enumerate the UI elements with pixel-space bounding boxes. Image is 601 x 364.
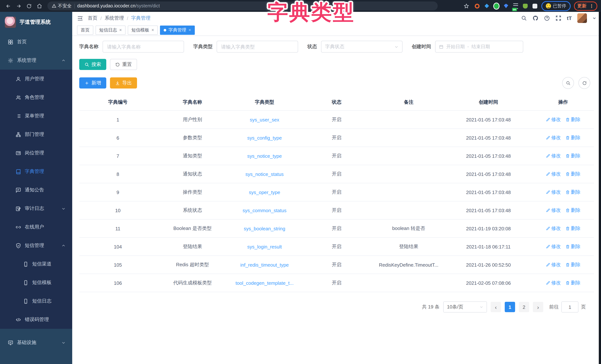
page-size-select[interactable]: 10条/页 <box>443 301 487 313</box>
not-secure-warning-icon[interactable]: 不安全 <box>52 3 72 9</box>
help-icon[interactable] <box>544 15 550 21</box>
caret-down-icon[interactable] <box>592 16 596 20</box>
edit-link[interactable]: 修改 <box>546 243 561 250</box>
dict-type-input[interactable] <box>217 41 298 53</box>
dict-type-link[interactable]: sys_boolean_string <box>229 226 300 231</box>
reset-button[interactable]: 重置 <box>110 59 137 70</box>
delete-link[interactable]: 删除 <box>565 207 581 214</box>
delete-link[interactable]: 删除 <box>565 116 581 123</box>
close-tab-icon[interactable]: × <box>151 28 154 32</box>
delete-link[interactable]: 删除 <box>565 262 581 268</box>
date-range-picker[interactable]: 开始日期 - 结束日期 <box>435 41 523 53</box>
app-logo-row[interactable]: 芋道管理系统 <box>0 12 72 33</box>
extension-paused-badge[interactable]: 已暂停 <box>541 1 571 11</box>
page-button-2[interactable]: 2 <box>519 302 529 312</box>
sidebar-item-online-users[interactable]: 在线用户 <box>0 218 72 236</box>
search-button[interactable]: 搜索 <box>79 59 106 70</box>
dict-type-link[interactable]: sys_login_result <box>229 244 300 249</box>
reload-icon[interactable] <box>24 1 33 10</box>
sidebar-item-audit-log[interactable]: 审计日志 <box>0 199 72 218</box>
hamburger-icon[interactable] <box>77 15 83 21</box>
dict-type-link[interactable]: sys_notice_status <box>229 171 300 177</box>
dict-type-link[interactable]: sys_oper_type <box>229 189 300 195</box>
dict-name-input[interactable] <box>103 41 184 53</box>
tab-dict-mgmt[interactable]: 字典管理× <box>160 25 195 35</box>
close-tab-icon[interactable]: × <box>189 28 191 32</box>
sidebar-item-role-mgmt[interactable]: 角色管理 <box>0 88 72 107</box>
delete-link[interactable]: 删除 <box>565 189 581 195</box>
delete-link[interactable]: 删除 <box>565 280 581 286</box>
sidebar-item-menu-mgmt[interactable]: 菜单管理 <box>0 107 72 125</box>
edit-link[interactable]: 修改 <box>546 152 561 159</box>
breadcrumb-home[interactable]: 首页 <box>88 15 97 21</box>
prev-page-button[interactable]: ‹ <box>491 302 501 312</box>
dict-type-link[interactable]: sys_notice_type <box>229 153 300 159</box>
next-page-button[interactable]: › <box>533 302 543 312</box>
sidebar-item-sms-mgmt[interactable]: 短信管理 <box>0 236 72 255</box>
delete-link[interactable]: 删除 <box>565 225 581 232</box>
sidebar-item-sms-channel[interactable]: 短信渠道 <box>0 255 72 273</box>
edit-link[interactable]: 修改 <box>546 262 561 268</box>
sidebar-item-dict-mgmt[interactable]: 字典管理 <box>0 162 72 181</box>
back-icon[interactable] <box>4 1 13 10</box>
user-avatar[interactable] <box>577 13 587 23</box>
orange-ring-icon[interactable] <box>474 3 480 9</box>
bookmark-star-icon[interactable] <box>462 1 471 10</box>
sidebar-item-home[interactable]: 首页 <box>0 33 72 51</box>
green-sprite-icon[interactable] <box>522 3 528 9</box>
sidebar-item-system-mgmt[interactable]: 系统管理 <box>0 51 72 70</box>
edit-link[interactable]: 修改 <box>546 189 561 195</box>
delete-link[interactable]: 删除 <box>565 134 581 141</box>
dict-type-link[interactable]: sys_common_status <box>229 208 300 213</box>
fullscreen-icon[interactable] <box>555 15 561 21</box>
status-select[interactable]: 字典状态 <box>321 41 402 53</box>
github-icon[interactable] <box>532 15 538 21</box>
export-button[interactable]: 导出 <box>110 77 137 89</box>
sidebar-item-infrastructure[interactable]: 基础设施 <box>0 333 72 352</box>
add-button[interactable]: 新增 <box>79 77 106 89</box>
close-tab-icon[interactable]: × <box>119 28 122 32</box>
delete-link[interactable]: 删除 <box>565 152 581 159</box>
dict-type-link[interactable]: sys_user_sex <box>229 117 300 122</box>
white-puzzle-icon[interactable] <box>532 3 538 9</box>
dict-type-link[interactable]: inf_redis_timeout_type <box>229 262 300 268</box>
edit-link[interactable]: 修改 <box>546 207 561 214</box>
browser-menu-icon[interactable]: ⋮ <box>589 3 594 9</box>
breadcrumb-system[interactable]: 系统管理 <box>105 15 124 21</box>
green-circle-icon[interactable] <box>493 3 500 9</box>
sidebar-item-error-code-mgmt[interactable]: 错误码管理 <box>0 310 72 329</box>
dict-type-link[interactable]: tool_codegen_template_t... <box>229 280 300 286</box>
sidebar-item-sms-template[interactable]: 短信模板 <box>0 273 72 292</box>
dict-type-link[interactable]: sys_config_type <box>229 135 300 141</box>
search-icon[interactable] <box>521 15 527 21</box>
refresh-table-icon[interactable] <box>578 77 590 89</box>
tab-home[interactable]: 首页 <box>77 25 93 35</box>
edit-link[interactable]: 修改 <box>546 225 561 232</box>
blue-drop-icon[interactable] <box>484 3 490 9</box>
sidebar-item-sms-log[interactable]: 短信日志 <box>0 292 72 310</box>
delete-link[interactable]: 删除 <box>565 243 581 250</box>
sidebar-item-post-mgmt[interactable]: 岗位管理 <box>0 144 72 162</box>
tab-sms-log[interactable]: 短信日志× <box>96 25 126 35</box>
tab-sms-template[interactable]: 短信模板× <box>128 25 158 35</box>
sidebar-item-dept-mgmt[interactable]: 部门管理 <box>0 125 72 144</box>
toggle-search-icon[interactable] <box>562 77 574 89</box>
page-button-1[interactable]: 1 <box>505 302 515 312</box>
edit-link[interactable]: 修改 <box>546 280 561 286</box>
edit-icon <box>546 263 550 267</box>
edit-link[interactable]: 修改 <box>546 116 561 123</box>
home-icon[interactable] <box>35 1 44 10</box>
browser-update-chip[interactable]: 更新 ⋮ <box>574 1 597 10</box>
font-size-icon[interactable]: tT <box>567 15 572 21</box>
list-on-badge-icon[interactable]: on <box>512 3 519 9</box>
address-bar[interactable]: 不安全 dashboard.yudao.iocoder.cn/system/di… <box>47 1 438 10</box>
blue-gem-icon[interactable] <box>503 3 509 9</box>
window-scrollbar[interactable] <box>599 12 601 364</box>
edit-link[interactable]: 修改 <box>546 134 561 141</box>
delete-link[interactable]: 删除 <box>565 171 581 177</box>
sidebar-item-user-mgmt[interactable]: 用户管理 <box>0 70 72 88</box>
forward-icon[interactable] <box>14 1 23 10</box>
sidebar-item-notice-mgmt[interactable]: 通知公告 <box>0 181 72 199</box>
goto-page-input[interactable] <box>561 301 578 313</box>
edit-link[interactable]: 修改 <box>546 171 561 177</box>
